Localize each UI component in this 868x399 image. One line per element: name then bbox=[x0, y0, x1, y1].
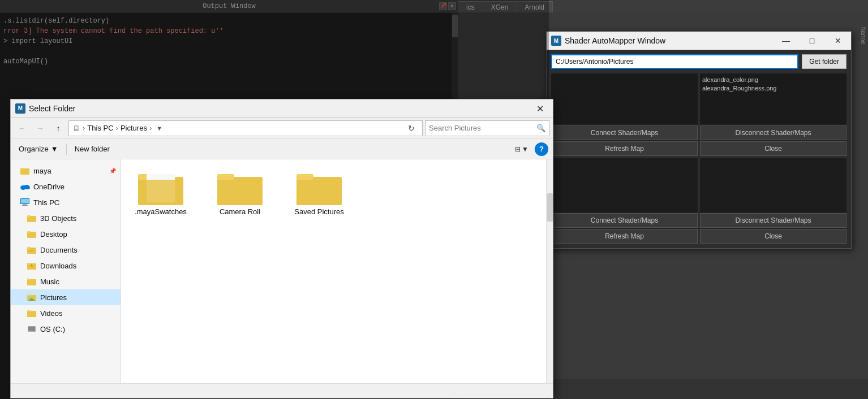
nav-back-button[interactable]: ← bbox=[14, 120, 30, 136]
close-button-bottom-right[interactable]: Close bbox=[700, 229, 846, 244]
sidebar-item-maya[interactable]: maya 📌 bbox=[11, 163, 121, 179]
breadcrumb-sep-1: › bbox=[83, 124, 85, 132]
shader-panel-left-buttons: Connect Shader/Maps Refresh Map bbox=[551, 125, 698, 156]
svg-rect-13 bbox=[27, 231, 31, 233]
folder-icon-desktop bbox=[27, 229, 37, 239]
shader-bottom-left-preview bbox=[551, 158, 698, 212]
shader-bottom-right-buttons: Disconnect Shader/Maps Close bbox=[700, 213, 846, 244]
sidebar-item-pictures-label: Pictures bbox=[40, 293, 116, 302]
folder-icon-pictures bbox=[27, 292, 37, 302]
sidebar-item-documents-label: Documents bbox=[40, 246, 116, 254]
svg-rect-22 bbox=[31, 264, 32, 266]
nav-up-button[interactable]: ↑ bbox=[50, 120, 66, 136]
folder-icon-documents bbox=[27, 245, 37, 255]
view-dropdown-icon: ▼ bbox=[522, 145, 528, 153]
svg-rect-8 bbox=[23, 204, 27, 205]
breadcrumb-this-pc[interactable]: This PC bbox=[87, 124, 113, 132]
breadcrumb-dropdown-button[interactable]: ▼ bbox=[154, 124, 165, 133]
shader-window-title: Shader AutoMapper Window bbox=[565, 36, 665, 45]
sidebar-item-onedrive[interactable]: OneDrive bbox=[11, 179, 121, 194]
breadcrumb-refresh-button[interactable]: ↻ bbox=[404, 121, 419, 136]
sidebar-item-videos-label: Videos bbox=[40, 309, 116, 318]
sidebar-item-documents[interactable]: Documents bbox=[11, 242, 121, 258]
shader-bottom-left-buttons: Connect Shader/Maps Refresh Map bbox=[551, 213, 698, 244]
disconnect-shader-maps-button-bottom-right[interactable]: Disconnect Shader/Maps bbox=[700, 213, 846, 228]
shader-path-input[interactable] bbox=[551, 54, 798, 69]
svg-rect-33 bbox=[33, 331, 34, 331]
shader-restore-button[interactable]: □ bbox=[799, 32, 825, 50]
sidebar-item-videos[interactable]: Videos bbox=[11, 305, 121, 321]
folder-icon-camera-roll bbox=[217, 168, 263, 205]
organize-chevron-icon: ▼ bbox=[51, 145, 58, 153]
sidebar-item-music-label: Music bbox=[40, 277, 116, 286]
svg-rect-26 bbox=[27, 294, 31, 296]
sidebar-item-this-pc[interactable]: This PC bbox=[11, 194, 121, 210]
breadcrumb-pictures[interactable]: Pictures bbox=[121, 124, 147, 132]
dialog-main-content[interactable]: .mayaSwatches Camera Roll bbox=[121, 159, 546, 383]
shader-title-icon: M bbox=[551, 36, 561, 46]
folder-item-saved-pictures[interactable]: Saved Pictures bbox=[285, 165, 353, 219]
svg-rect-40 bbox=[217, 174, 234, 180]
cloud-icon-onedrive bbox=[20, 181, 30, 192]
connect-shader-maps-button-top-left[interactable]: Connect Shader/Maps bbox=[551, 125, 698, 140]
search-icon: 🔍 bbox=[536, 124, 545, 132]
dialog-titlebar: M Select Folder ✕ bbox=[11, 99, 553, 118]
folder-icon-downloads bbox=[27, 261, 37, 271]
connect-shader-maps-button-bottom-left[interactable]: Connect Shader/Maps bbox=[551, 213, 698, 228]
sidebar-item-os-c[interactable]: OS (C:) bbox=[11, 321, 121, 337]
close-button-top-right[interactable]: Close bbox=[700, 141, 846, 156]
svg-rect-30 bbox=[27, 310, 31, 312]
folder-item-camera-roll[interactable]: Camera Roll bbox=[206, 165, 274, 219]
sidebar-item-desktop[interactable]: Desktop bbox=[11, 226, 121, 242]
organize-label: Organize bbox=[19, 145, 49, 153]
svg-rect-41 bbox=[217, 180, 263, 205]
shader-bottom-grid: Connect Shader/Maps Refresh Map Disconne… bbox=[551, 158, 846, 244]
svg-point-5 bbox=[25, 186, 30, 189]
sidebar-item-pictures[interactable]: Pictures bbox=[11, 289, 121, 305]
shader-close-button[interactable]: ✕ bbox=[825, 32, 851, 50]
svg-rect-17 bbox=[29, 250, 34, 250]
view-toggle-button[interactable]: ⊟ ▼ bbox=[511, 143, 532, 155]
svg-rect-7 bbox=[21, 199, 29, 203]
disconnect-shader-maps-button-top-right[interactable]: Disconnect Shader/Maps bbox=[700, 125, 846, 140]
shader-panel-right: alexandra_color.png alexandra_Roughness.… bbox=[700, 73, 846, 156]
svg-rect-24 bbox=[27, 279, 31, 280]
shader-titlebar-buttons[interactable]: — □ ✕ bbox=[773, 32, 851, 50]
sidebar-item-downloads[interactable]: Downloads bbox=[11, 258, 121, 274]
sidebar-item-3d-objects[interactable]: 3D Objects bbox=[11, 210, 121, 226]
sidebar-item-music[interactable]: Music bbox=[11, 274, 121, 289]
shader-panel-bottom-right: Disconnect Shader/Maps Close bbox=[700, 158, 846, 244]
dialog-close-button[interactable]: ✕ bbox=[527, 99, 553, 118]
new-folder-button[interactable]: New folder bbox=[71, 143, 113, 155]
toolbar-right: ⊟ ▼ ? bbox=[511, 142, 548, 156]
new-folder-label: New folder bbox=[75, 145, 110, 153]
shader-top-grid: Connect Shader/Maps Refresh Map alexandr… bbox=[551, 73, 846, 156]
sidebar-item-downloads-label: Downloads bbox=[40, 262, 116, 270]
folder-icon-saved-pictures bbox=[297, 168, 342, 205]
refresh-map-button-bottom-left[interactable]: Refresh Map bbox=[551, 229, 698, 244]
organize-button[interactable]: Organize ▼ bbox=[15, 143, 62, 155]
dialog-vertical-scrollbar[interactable] bbox=[546, 159, 553, 383]
folder-icon-3d-objects bbox=[27, 213, 37, 223]
refresh-map-button-top-left[interactable]: Refresh Map bbox=[551, 141, 698, 156]
svg-rect-20 bbox=[27, 263, 31, 264]
dialog-scrollbar-thumb[interactable] bbox=[547, 193, 553, 222]
search-bar: 🔍 bbox=[425, 120, 549, 136]
folder-item-maya-swatches[interactable]: .mayaSwatches bbox=[127, 165, 195, 219]
shader-minimize-button[interactable]: — bbox=[773, 32, 799, 50]
shader-get-folder-button[interactable]: Get folder bbox=[802, 54, 846, 69]
svg-rect-18 bbox=[29, 251, 33, 251]
nav-forward-button[interactable]: → bbox=[32, 120, 48, 136]
svg-rect-9 bbox=[22, 205, 28, 206]
shader-panel-right-buttons: Disconnect Shader/Maps Close bbox=[700, 125, 846, 156]
sidebar-pin-icon-maya: 📌 bbox=[109, 168, 116, 174]
help-button[interactable]: ? bbox=[535, 142, 548, 156]
folder-icon-maya-swatches bbox=[138, 168, 183, 205]
svg-rect-11 bbox=[27, 215, 31, 217]
dialog-statusbar bbox=[11, 383, 553, 398]
sidebar-item-desktop-label: Desktop bbox=[40, 230, 116, 238]
shader-panel-left-preview bbox=[551, 73, 698, 124]
search-input[interactable] bbox=[429, 124, 534, 132]
dialog-navbar: ← → ↑ 🖥 › This PC › Pictures › ▼ ↻ 🔍 bbox=[11, 118, 553, 139]
dialog-sidebar: maya 📌 OneDrive This PC bbox=[11, 159, 121, 383]
